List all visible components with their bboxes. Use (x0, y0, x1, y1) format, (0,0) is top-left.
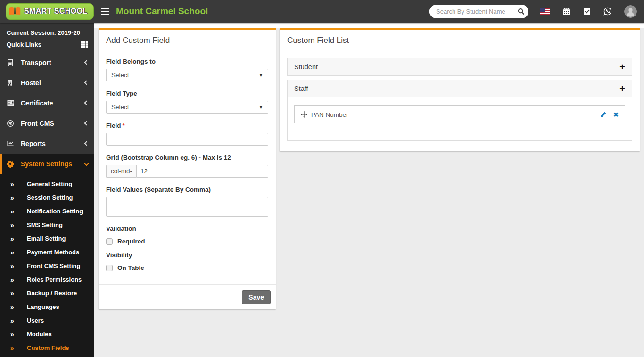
user-avatar[interactable] (624, 5, 637, 18)
expand-plus-icon[interactable]: + (619, 62, 625, 72)
list-card-title: Custom Field List (280, 30, 640, 51)
task-check-icon[interactable] (583, 7, 591, 16)
search-icon[interactable] (513, 5, 528, 18)
group-label: Staff (294, 85, 308, 92)
sidebar-item-reports[interactable]: Reports (0, 133, 94, 154)
chevron-down-icon (84, 162, 89, 166)
add-custom-field-card: Add Custom Field Field Belongs to Select… (99, 28, 276, 309)
chevron-left-icon (84, 60, 89, 65)
sidebar-item-certificate[interactable]: Certificate (0, 93, 94, 113)
sidebar-subitem-email-setting[interactable]: »Email Setting (0, 232, 94, 245)
sidebar-item-front-cms[interactable]: Front CMS (0, 113, 94, 133)
validation-label: Validation (106, 225, 268, 232)
double-angle-icon: » (10, 194, 17, 202)
move-icon[interactable] (301, 111, 307, 118)
double-angle-icon: » (10, 276, 17, 284)
field-belongs-select[interactable]: Select ▼ (106, 69, 268, 81)
chevron-left-icon (84, 101, 89, 105)
double-angle-icon: » (10, 221, 17, 229)
grid-label: Grid (Bootstrap Column eg. 6) - Max is 1… (106, 154, 268, 161)
logo-pill: SMART SCHOOL (6, 3, 94, 20)
grid-icon[interactable] (81, 41, 88, 48)
sidebar-subitem-sms-setting[interactable]: »SMS Setting (0, 218, 94, 232)
field-values-textarea[interactable] (106, 197, 268, 217)
edit-pencil-icon[interactable] (600, 112, 606, 118)
student-search (429, 5, 528, 18)
sidebar: Current Session: 2019-20 Quick Links Tra… (0, 23, 94, 357)
sidebar-subitem-backup-restore[interactable]: »Backup / Restore (0, 286, 94, 300)
header-actions (429, 5, 644, 18)
caret-down-icon: ▼ (259, 73, 263, 78)
system-settings-submenu: »General Setting »Session Setting »Notif… (0, 174, 94, 357)
sidebar-item-label: Certificate (21, 99, 85, 107)
sidebar-item-label: System Settings (21, 160, 85, 168)
custom-field-name: PAN Number (311, 111, 348, 118)
double-angle-icon: » (10, 235, 17, 243)
on-table-checkbox[interactable] (106, 265, 113, 271)
chevron-left-icon (84, 141, 89, 146)
gear-icon (7, 160, 15, 168)
logo[interactable]: SMART SCHOOL (0, 3, 94, 20)
visibility-label: Visibility (106, 252, 268, 259)
sidebar-subitem-roles-permissions[interactable]: »Roles Permissions (0, 273, 94, 286)
hamburger-menu-icon[interactable] (101, 8, 109, 15)
custom-field-list-card: Custom Field List Student + Staff + (280, 28, 640, 151)
field-type-select[interactable]: Select ▼ (106, 101, 268, 114)
field-type-label: Field Type (106, 90, 268, 97)
sidebar-item-system-settings[interactable]: System Settings (0, 154, 94, 174)
double-angle-icon: » (10, 344, 17, 352)
sidebar-subitem-notification-setting[interactable]: »Notification Setting (0, 204, 94, 218)
student-group-panel: Student + (287, 58, 632, 76)
double-angle-icon: » (10, 303, 17, 311)
quick-links-label: Quick Links (7, 41, 81, 48)
language-flag-icon[interactable] (540, 8, 550, 15)
sidebar-subitem-modules[interactable]: »Modules (0, 327, 94, 341)
sidebar-subitem-payment-methods[interactable]: »Payment Methods (0, 245, 94, 259)
current-session-label: Current Session: 2019-20 (0, 23, 94, 37)
quick-links[interactable]: Quick Links (0, 37, 94, 52)
certificate-icon (7, 100, 15, 106)
sidebar-item-hostel[interactable]: Hostel (0, 73, 94, 93)
calendar-icon[interactable] (562, 7, 571, 16)
add-card-title: Add Custom Field (99, 30, 276, 51)
sidebar-subitem-users[interactable]: »Users (0, 314, 94, 327)
sidebar-item-label: Hostel (21, 79, 85, 87)
logo-text: SMART SCHOOL (24, 7, 88, 16)
required-asterisk: * (123, 122, 125, 129)
main-content: Add Custom Field Field Belongs to Select… (94, 23, 644, 357)
search-input[interactable] (429, 8, 513, 15)
sidebar-subitem-custom-fields[interactable]: »Custom Fields (0, 341, 94, 355)
whatsapp-icon[interactable] (603, 7, 612, 16)
double-angle-icon: » (10, 208, 17, 215)
sidebar-subitem-system-fields[interactable]: »System Fields (0, 355, 94, 357)
save-button[interactable]: Save (242, 290, 271, 304)
grid-prefix-addon: col-md- (106, 165, 136, 178)
sidebar-subitem-general-setting[interactable]: »General Setting (0, 177, 94, 191)
chart-icon (7, 140, 15, 147)
expand-plus-icon[interactable]: + (619, 84, 625, 93)
sidebar-subitem-session-setting[interactable]: »Session Setting (0, 191, 94, 204)
delete-x-icon[interactable]: ✖ (613, 111, 619, 118)
chevron-left-icon (84, 121, 89, 126)
double-angle-icon: » (10, 290, 17, 297)
school-title: Mount Carmel School (116, 6, 208, 16)
staff-group-panel: Staff + PAN Number (287, 80, 632, 141)
grid-value-input[interactable] (136, 165, 268, 178)
required-checkbox[interactable] (106, 238, 113, 245)
double-angle-icon: » (10, 262, 17, 270)
book-icon (8, 6, 21, 16)
staff-fields-list: PAN Number ✖ (288, 97, 632, 140)
sidebar-subitem-front-cms-setting[interactable]: »Front CMS Setting (0, 259, 94, 273)
double-angle-icon: » (10, 180, 17, 188)
field-label: Field* (106, 122, 268, 129)
field-values-label: Field Values (Separate By Comma) (106, 186, 268, 193)
staff-group-header[interactable]: Staff + (288, 80, 632, 97)
double-angle-icon: » (10, 317, 17, 325)
building-icon (7, 79, 15, 86)
sidebar-subitem-languages[interactable]: »Languages (0, 300, 94, 314)
field-name-input[interactable] (106, 133, 268, 146)
caret-down-icon: ▼ (259, 105, 263, 110)
field-belongs-label: Field Belongs to (106, 58, 268, 65)
sidebar-item-transport[interactable]: Transport (0, 52, 94, 73)
student-group-header[interactable]: Student + (288, 58, 632, 75)
